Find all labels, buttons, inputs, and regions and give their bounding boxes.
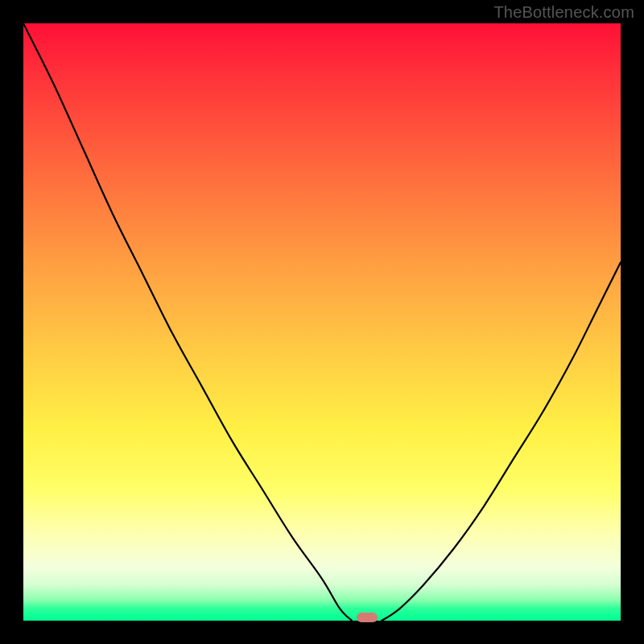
optimal-marker [357,613,378,622]
plot-area [23,23,621,621]
bottleneck-curve [23,23,621,621]
watermark-text: TheBottleneck.com [493,3,634,22]
curve-left-branch [23,23,352,621]
curve-right-branch [382,262,621,621]
chart-container: TheBottleneck.com [0,0,644,644]
